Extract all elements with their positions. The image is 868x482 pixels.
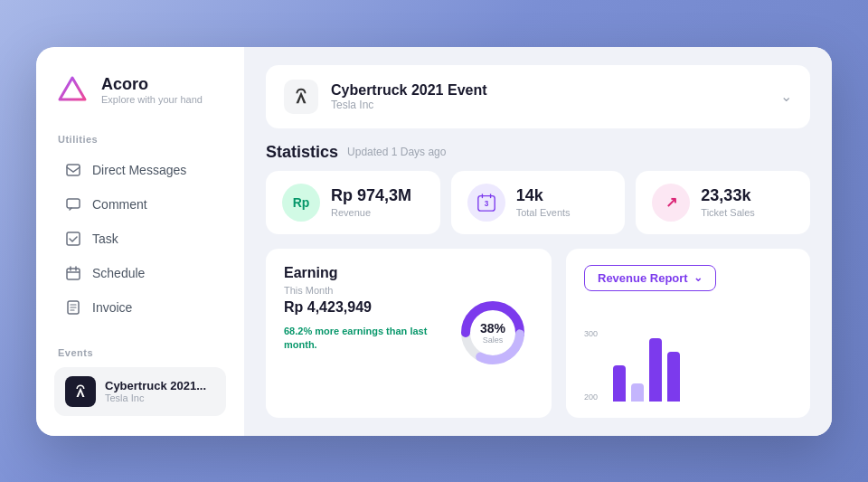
- svg-text:3: 3: [484, 199, 488, 207]
- revenue-header: Revenue Report ⌄: [584, 265, 792, 291]
- bars-group: [613, 329, 680, 402]
- invoice-icon: [65, 299, 81, 316]
- stat-events-text: 14k Total Events: [516, 186, 571, 218]
- svg-rect-3: [67, 199, 80, 208]
- main-container: Acoro Explore with your hand Utilities D…: [36, 47, 832, 436]
- sidebar-item-schedule[interactable]: Schedule: [54, 257, 226, 289]
- sidebar-item-direct-messages[interactable]: Direct Messages: [54, 154, 226, 186]
- main-content: Cybertruck 2021 Event Tesla Inc ⌄ Statis…: [244, 47, 832, 436]
- stat-card-tickets: ↗ 23,33k Ticket Sales: [636, 171, 810, 234]
- earning-text: Earning This Month Rp 4,423,949 68.2% mo…: [284, 265, 438, 402]
- tickets-label: Ticket Sales: [701, 207, 755, 218]
- revenue-report-label: Revenue Report: [598, 271, 688, 285]
- schedule-icon: [65, 265, 81, 281]
- bar-3: [649, 338, 662, 402]
- sidebar-event-company: Tesla Inc: [105, 392, 206, 403]
- donut-label: Sales: [480, 336, 505, 345]
- comment-label: Comment: [92, 197, 147, 212]
- header-event-text: Cybertruck 2021 Event Tesla Inc: [331, 82, 768, 111]
- events-icon: 3: [467, 184, 505, 222]
- header-chevron[interactable]: ⌄: [780, 88, 792, 105]
- utilities-section: Utilities Direct Messages Com: [54, 134, 226, 326]
- comment-icon: [65, 196, 81, 213]
- revenue-value: Rp 974,3M: [331, 186, 411, 205]
- y-labels: 300 200: [584, 329, 598, 402]
- header-event-company: Tesla Inc: [331, 99, 768, 111]
- sidebar-item-task[interactable]: Task: [54, 222, 226, 255]
- revenue-label: Revenue: [331, 207, 411, 218]
- y-label-200: 200: [584, 392, 598, 402]
- tesla-icon-box: [65, 376, 96, 407]
- stats-cards: Rp Rp 974,3M Revenue 3: [266, 171, 810, 234]
- events-value: 14k: [516, 186, 571, 205]
- stats-title: Statistics: [266, 143, 338, 162]
- events-label: Total Events: [516, 207, 571, 218]
- direct-messages-label: Direct Messages: [92, 163, 186, 177]
- revenue-chevron-icon: ⌄: [693, 271, 703, 284]
- logo-text-group: Acoro Explore with your hand: [101, 75, 203, 105]
- bar-chart-area: 300 200: [584, 300, 792, 402]
- bar-1: [613, 365, 626, 402]
- invoice-label: Invoice: [92, 300, 132, 315]
- revenue-icon: Rp: [282, 184, 320, 222]
- tickets-value: 23,33k: [701, 186, 755, 205]
- bottom-row: Earning This Month Rp 4,423,949 68.2% mo…: [266, 249, 810, 418]
- stat-revenue-text: Rp 974,3M Revenue: [331, 186, 411, 218]
- svg-rect-2: [67, 165, 80, 175]
- earning-period: This Month: [284, 285, 438, 296]
- sidebar: Acoro Explore with your hand Utilities D…: [36, 47, 244, 436]
- bar-2: [631, 383, 644, 402]
- task-label: Task: [92, 232, 118, 246]
- events-section: Events Cybertruck 2021... Tesla Inc: [54, 347, 226, 416]
- revenue-report-button[interactable]: Revenue Report ⌄: [584, 265, 716, 291]
- svg-rect-5: [67, 269, 80, 279]
- app-title: Acoro: [101, 75, 203, 94]
- mail-icon: [65, 162, 81, 178]
- sidebar-event-name: Cybertruck 2021...: [105, 379, 206, 392]
- donut-percent: 38%: [480, 321, 505, 336]
- earning-note: 68.2% more earnings than last month.: [284, 325, 438, 353]
- stats-header: Statistics Updated 1 Days ago: [266, 143, 810, 162]
- logo-area: Acoro Explore with your hand: [54, 72, 226, 109]
- logo-icon: [54, 72, 90, 109]
- earning-title: Earning: [284, 265, 438, 281]
- svg-rect-4: [67, 232, 80, 245]
- stat-card-revenue: Rp Rp 974,3M Revenue: [266, 171, 440, 234]
- header-tesla-icon: [284, 80, 318, 114]
- earning-note-highlight: 68.2%: [284, 326, 312, 336]
- stats-updated: Updated 1 Days ago: [347, 146, 446, 158]
- app-subtitle: Explore with your hand: [101, 94, 203, 105]
- y-label-300: 300: [584, 329, 598, 338]
- stat-tickets-text: 23,33k Ticket Sales: [701, 186, 755, 218]
- revenue-card: Revenue Report ⌄ 300 200: [566, 249, 810, 418]
- statistics-section: Statistics Updated 1 Days ago Rp Rp 974,…: [266, 143, 810, 234]
- utilities-label: Utilities: [54, 134, 226, 145]
- task-icon: [65, 231, 81, 247]
- sidebar-item-comment[interactable]: Comment: [54, 188, 226, 221]
- sidebar-item-invoice[interactable]: Invoice: [54, 291, 226, 324]
- donut-container: 38% Sales: [452, 265, 533, 402]
- header-event-name: Cybertruck 2021 Event: [331, 82, 768, 99]
- header-card: Cybertruck 2021 Event Tesla Inc ⌄: [266, 65, 810, 128]
- sidebar-event-text: Cybertruck 2021... Tesla Inc: [105, 379, 206, 403]
- donut-center: 38% Sales: [480, 321, 505, 345]
- schedule-label: Schedule: [92, 266, 145, 280]
- bar-chart: 300 200: [584, 329, 792, 402]
- earning-card: Earning This Month Rp 4,423,949 68.2% mo…: [266, 249, 552, 418]
- bar-4: [667, 352, 680, 402]
- sidebar-event-item[interactable]: Cybertruck 2021... Tesla Inc: [54, 367, 226, 416]
- earning-amount: Rp 4,423,949: [284, 299, 438, 316]
- events-label: Events: [54, 347, 226, 358]
- stat-card-events: 3 14k Total Events: [451, 171, 626, 234]
- donut-chart: 38% Sales: [457, 297, 529, 369]
- tickets-icon: ↗: [652, 184, 690, 222]
